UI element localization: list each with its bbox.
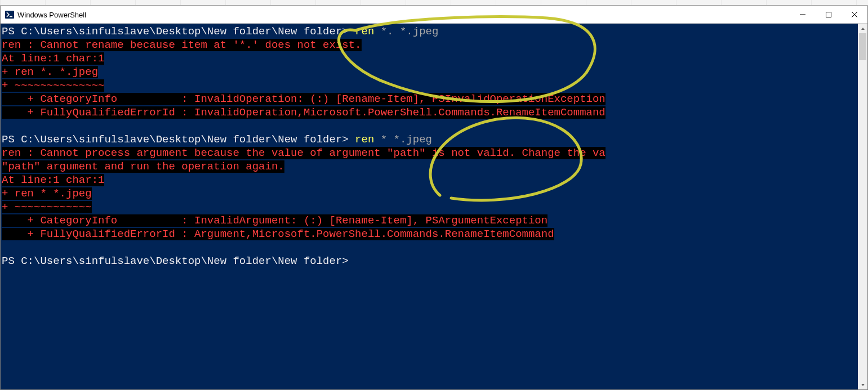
- scroll-down-button[interactable]: [858, 380, 867, 389]
- error-category-1: + CategoryInfo : InvalidOperation: (:) […: [2, 93, 606, 105]
- error-msg-1: ren : Cannot rename because item at '*.'…: [2, 39, 362, 51]
- powershell-window: Windows PowerShell PS C:\Users\sinfulsla…: [0, 6, 868, 390]
- error-msg-2b: "path" argument and run the operation ag…: [2, 160, 284, 173]
- background-toolbar-hint: [0, 0, 868, 6]
- prompt-line-3: PS C:\Users\sinfulslave\Desktop\New fold…: [2, 254, 858, 268]
- scroll-thumb[interactable]: [859, 33, 866, 60]
- maximize-button[interactable]: [816, 6, 842, 23]
- prompt-line-1: PS C:\Users\sinfulslave\Desktop\New fold…: [2, 25, 858, 38]
- error-marker-2: + ~~~~~~~~~~~~: [2, 201, 92, 213]
- error-fqid-1: + FullyQualifiedErrorId : InvalidOperati…: [2, 106, 606, 119]
- error-loc-2: At line:1 char:1: [2, 174, 104, 186]
- error-marker-1: + ~~~~~~~~~~~~~~: [2, 79, 104, 92]
- error-loc-1: At line:1 char:1: [2, 52, 104, 65]
- powershell-icon: [5, 10, 14, 19]
- scroll-up-button[interactable]: [858, 24, 867, 33]
- svg-rect-1: [826, 12, 831, 17]
- vertical-scrollbar[interactable]: [858, 24, 867, 389]
- console-output[interactable]: PS C:\Users\sinfulslave\Desktop\New fold…: [1, 24, 858, 389]
- error-src-1: + ren *. *.jpeg: [2, 66, 98, 78]
- scroll-track[interactable]: [858, 33, 867, 380]
- error-src-2: + ren * *.jpeg: [2, 187, 92, 200]
- close-button[interactable]: [842, 6, 867, 23]
- window-title: Windows PowerShell: [17, 11, 86, 19]
- prompt-line-2: PS C:\Users\sinfulslave\Desktop\New fold…: [2, 133, 858, 146]
- error-msg-2a: ren : Cannot process argument because th…: [2, 147, 606, 159]
- error-category-2: + CategoryInfo : InvalidArgument: (:) [R…: [2, 214, 547, 227]
- minimize-button[interactable]: [790, 6, 816, 23]
- error-fqid-2: + FullyQualifiedErrorId : Argument,Micro…: [2, 228, 554, 240]
- titlebar[interactable]: Windows PowerShell: [1, 6, 867, 24]
